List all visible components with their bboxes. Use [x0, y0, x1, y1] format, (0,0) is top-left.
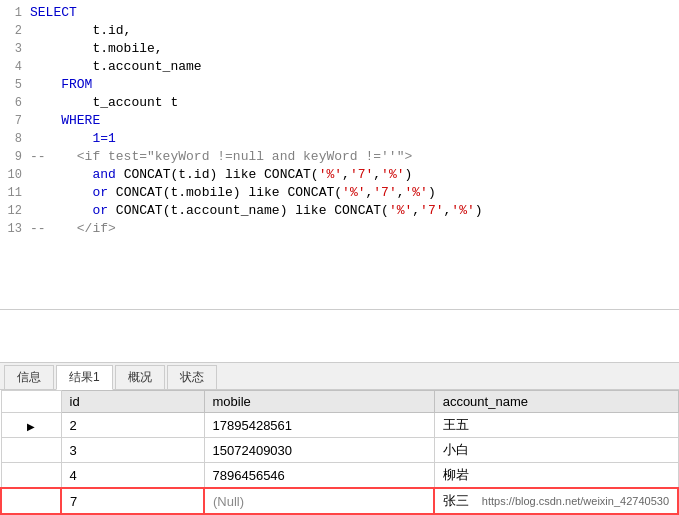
line-content-11: or CONCAT(t.mobile) like CONCAT('%','7',…	[30, 184, 679, 202]
line-num-1: 1	[0, 4, 30, 22]
line-content-3: t.mobile,	[30, 40, 679, 58]
line-content-7: WHERE	[30, 112, 679, 130]
table-row: 3 15072409030 小白	[1, 438, 678, 463]
cell-mobile: (Null)	[204, 488, 434, 514]
cell-mobile: 7896456546	[204, 463, 434, 489]
code-line-10: 10 and CONCAT(t.id) like CONCAT('%','7',…	[0, 166, 679, 184]
line-num-12: 12	[0, 202, 30, 220]
line-num-9: 9	[0, 148, 30, 166]
col-indicator	[1, 391, 61, 413]
code-line-11: 11 or CONCAT(t.mobile) like CONCAT('%','…	[0, 184, 679, 202]
line-content-8: 1=1	[30, 130, 679, 148]
line-num-6: 6	[0, 94, 30, 112]
tab-info[interactable]: 信息	[4, 365, 54, 389]
line-content-12: or CONCAT(t.account_name) like CONCAT('%…	[30, 202, 679, 220]
row-indicator	[1, 438, 61, 463]
watermark: https://blog.csdn.net/weixin_42740530	[482, 495, 669, 507]
cell-account-name: 小白	[434, 438, 678, 463]
line-content-9: -- <if test="keyWord !=null and keyWord …	[30, 148, 679, 166]
line-num-2: 2	[0, 22, 30, 40]
line-num-13: 13	[0, 220, 30, 238]
line-content-6: t_account t	[30, 94, 679, 112]
cell-mobile: 17895428561	[204, 413, 434, 438]
row-arrow-icon: ▶	[27, 421, 35, 432]
line-content-10: and CONCAT(t.id) like CONCAT('%','7','%'…	[30, 166, 679, 184]
tab-status[interactable]: 状态	[167, 365, 217, 389]
tab-results[interactable]: 结果1	[56, 365, 113, 390]
line-content-1: SELECT	[30, 4, 679, 22]
row-indicator	[1, 488, 61, 514]
line-content-2: t.id,	[30, 22, 679, 40]
cell-account-name: 王五	[434, 413, 678, 438]
line-num-4: 4	[0, 58, 30, 76]
cell-id: 3	[61, 438, 204, 463]
code-area: 1 SELECT 2 t.id, 3 t.mobile, 4 t.account…	[0, 0, 679, 310]
code-line-6: 6 t_account t	[0, 94, 679, 112]
code-line-8: 8 1=1	[0, 130, 679, 148]
code-line-13: 13 -- </if>	[0, 220, 679, 238]
code-line-7: 7 WHERE	[0, 112, 679, 130]
bottom-section: 信息 结果1 概况 状态 id mobile account_name ▶ 2 …	[0, 362, 679, 515]
col-mobile: mobile	[204, 391, 434, 413]
col-id: id	[61, 391, 204, 413]
tab-overview[interactable]: 概况	[115, 365, 165, 389]
code-line-3: 3 t.mobile,	[0, 40, 679, 58]
code-line-5: 5 FROM	[0, 76, 679, 94]
cell-id: 4	[61, 463, 204, 489]
code-line-12: 12 or CONCAT(t.account_name) like CONCAT…	[0, 202, 679, 220]
row-indicator: ▶	[1, 413, 61, 438]
tabs-bar: 信息 结果1 概况 状态	[0, 362, 679, 390]
line-num-10: 10	[0, 166, 30, 184]
code-line-2: 2 t.id,	[0, 22, 679, 40]
line-num-7: 7	[0, 112, 30, 130]
line-content-4: t.account_name	[30, 58, 679, 76]
cell-mobile: 15072409030	[204, 438, 434, 463]
line-content-5: FROM	[30, 76, 679, 94]
line-num-3: 3	[0, 40, 30, 58]
cell-id: 2	[61, 413, 204, 438]
col-account-name: account_name	[434, 391, 678, 413]
code-line-4: 4 t.account_name	[0, 58, 679, 76]
code-line-9: 9 -- <if test="keyWord !=null and keyWor…	[0, 148, 679, 166]
code-line-1: 1 SELECT	[0, 4, 679, 22]
table-header-row: id mobile account_name	[1, 391, 678, 413]
row-indicator	[1, 463, 61, 489]
line-num-11: 11	[0, 184, 30, 202]
table-row: ▶ 2 17895428561 王五	[1, 413, 678, 438]
table-row: 4 7896456546 柳岩	[1, 463, 678, 489]
line-num-8: 8	[0, 130, 30, 148]
cell-id: 7	[61, 488, 204, 514]
line-content-13: -- </if>	[30, 220, 679, 238]
cell-account-name: 柳岩	[434, 463, 678, 489]
line-num-5: 5	[0, 76, 30, 94]
